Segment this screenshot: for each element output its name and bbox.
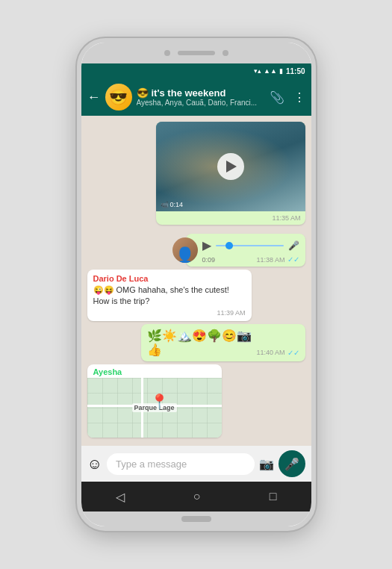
avatar-emoji: 👤 <box>175 248 195 263</box>
back-button[interactable]: ← <box>87 90 101 105</box>
phone-top-bezel <box>81 43 311 63</box>
phone-speaker <box>178 51 215 55</box>
voice-mic-icon: 🎤 <box>288 240 299 251</box>
emoji-content: 🌿☀️🏔️😍🌳😊📷👍 <box>147 329 254 357</box>
message-input[interactable]: Type a message <box>107 453 255 475</box>
status-time: 11:50 <box>286 67 305 75</box>
voice-message-wrapper: 👤 ▶ 🎤 0:09 11:38 AM ✓✓ <box>186 234 305 267</box>
home-button <box>181 516 211 522</box>
video-duration: 📹 0:14 <box>161 201 184 208</box>
voice-message: ▶ 🎤 0:09 11:38 AM ✓✓ <box>186 234 305 267</box>
chat-area: 📹 0:14 11:35 AM 👤 ▶ <box>81 116 311 446</box>
voice-avatar: 👤 <box>172 237 198 263</box>
nav-back-button[interactable]: ◁ <box>116 490 125 504</box>
voice-duration: 0:09 <box>202 256 216 264</box>
emoji-meta: 11:40 AM ✓✓ <box>256 349 299 357</box>
location-sender: Ayesha <box>87 364 222 378</box>
waveform-track <box>216 245 284 246</box>
voice-controls: ▶ 🎤 <box>202 238 299 252</box>
battery-icon: ▮ <box>279 67 283 75</box>
emoji-message: 🌿☀️🏔️😍🌳😊📷👍 11:40 AM ✓✓ <box>141 324 305 361</box>
chat-title: 😎 it's the weekend <box>137 87 265 99</box>
voice-play-icon[interactable]: ▶ <box>202 238 211 252</box>
video-play-button[interactable] <box>217 153 244 180</box>
header-icons: 📎 ⋮ <box>270 90 305 105</box>
front-camera-2 <box>223 50 228 56</box>
text-message-dario: Dario De Luca 😜😝 OMG hahaha, she's the c… <box>87 270 252 321</box>
message-footer: 11:39 AM <box>93 309 246 317</box>
map-pin-icon: 📍 <box>150 393 169 411</box>
location-map: Parque Lage 📍 <box>87 378 222 438</box>
wifi-icon: ▾▴ <box>254 67 261 75</box>
front-camera <box>164 50 170 56</box>
message-sender: Dario De Luca <box>93 274 246 283</box>
title-emoji1: 😎 <box>137 87 149 99</box>
phone-bottom-bezel <box>81 512 311 526</box>
chat-subtitle: Ayesha, Anya, Cauã, Dario, Franci... <box>137 99 265 107</box>
location-message: Ayesha Parque Lage 📍 <box>87 364 222 438</box>
emoji-read-icon: ✓✓ <box>287 349 299 357</box>
input-bar: ☺ Type a message 📷 🎤 <box>81 446 311 482</box>
mic-button[interactable]: 🎤 <box>279 450 305 477</box>
group-avatar: 😎 <box>105 84 132 111</box>
phone-frame: ▾▴ ▲▲ ▮ 11:50 ← 😎 😎 it's the weekend Aye… <box>77 38 316 531</box>
nav-home-button[interactable]: ○ <box>193 490 201 503</box>
emoji-time: 11:40 AM <box>256 349 284 356</box>
waveform <box>216 240 284 252</box>
header-info: 😎 it's the weekend Ayesha, Anya, Cauã, D… <box>137 87 265 107</box>
more-options-icon[interactable]: ⋮ <box>293 90 305 105</box>
waveform-progress <box>225 242 233 249</box>
message-text: 😜😝 OMG hahaha, she's the cutest! How is … <box>93 284 246 308</box>
camera-button[interactable]: 📷 <box>259 457 274 471</box>
voice-footer: 0:09 11:38 AM ✓✓ <box>202 255 299 264</box>
mic-icon: 🎤 <box>284 457 299 471</box>
voice-meta: 11:38 AM ✓✓ <box>256 255 299 264</box>
nav-recent-button[interactable]: □ <box>270 490 277 503</box>
signal-icon: ▲▲ <box>264 67 277 75</box>
status-bar: ▾▴ ▲▲ ▮ 11:50 <box>81 63 311 78</box>
phone-nav-bar: ◁ ○ □ <box>81 482 311 512</box>
input-placeholder: Type a message <box>116 458 187 470</box>
video-message: 📹 0:14 11:35 AM <box>156 122 305 225</box>
status-icons: ▾▴ ▲▲ ▮ <box>254 67 283 75</box>
voice-time: 11:38 AM <box>256 256 284 264</box>
video-meta: 11:35 AM <box>156 211 305 225</box>
video-time: 11:35 AM <box>272 214 300 222</box>
paperclip-icon[interactable]: 📎 <box>270 90 284 105</box>
chat-header: ← 😎 😎 it's the weekend Ayesha, Anya, Cau… <box>81 78 311 116</box>
video-thumbnail: 📹 0:14 <box>156 122 305 211</box>
play-triangle-icon <box>226 161 237 172</box>
voice-read-icon: ✓✓ <box>287 255 299 264</box>
video-camera-icon: 📹 <box>161 201 169 208</box>
title-text: it's the weekend <box>152 87 226 99</box>
emoji-picker-button[interactable]: ☺ <box>87 455 102 473</box>
message-time: 11:39 AM <box>217 309 245 317</box>
